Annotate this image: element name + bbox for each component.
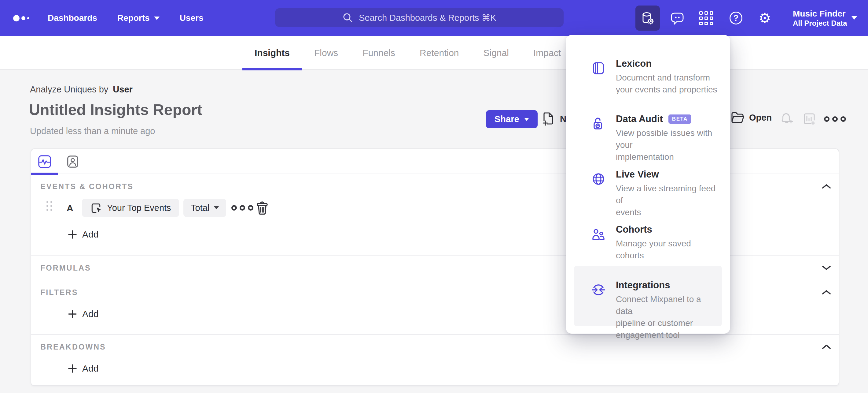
data-management-menu: Lexicon Document and transform your even… bbox=[566, 35, 730, 334]
add-event-button[interactable]: Add bbox=[68, 229, 98, 240]
settings-button[interactable]: ⚙ bbox=[755, 0, 774, 36]
tab-events-view[interactable] bbox=[31, 149, 58, 174]
menu-item-cohorts[interactable]: Cohorts Manage your saved cohorts bbox=[566, 223, 730, 261]
filters-collapse-chevron-up-icon[interactable] bbox=[822, 289, 831, 296]
apps-grid-icon bbox=[699, 11, 713, 25]
menu-item-desc: View possible issues with your implement… bbox=[616, 127, 721, 163]
document-plus-icon bbox=[541, 111, 555, 126]
share-button[interactable]: Share bbox=[486, 110, 537, 128]
pulse-chart-icon bbox=[37, 154, 52, 169]
metric-dropdown-label: Total bbox=[191, 203, 209, 213]
updated-timestamp: Updated less than a minute ago bbox=[30, 126, 155, 136]
event-selector-button[interactable]: Your Top Events bbox=[82, 199, 179, 217]
share-button-label: Share bbox=[495, 114, 519, 124]
help-button[interactable]: ? bbox=[727, 0, 745, 36]
mixpanel-logo-icon[interactable] bbox=[13, 0, 31, 36]
plus-icon bbox=[68, 230, 77, 239]
tab-user-profiles-view[interactable] bbox=[61, 149, 84, 174]
project-selector[interactable]: Music Finder All Project Data bbox=[793, 0, 847, 36]
menu-item-desc: View a live streaming feed of events bbox=[616, 183, 721, 218]
tab-retention[interactable]: Retention bbox=[407, 36, 471, 70]
nav-users-label: Users bbox=[180, 13, 204, 23]
add-alert-button[interactable] bbox=[780, 112, 794, 126]
metric-chevron-down-icon bbox=[214, 206, 219, 209]
search-placeholder: Search Dashboards & Reports ⌘K bbox=[359, 12, 496, 23]
breakdowns-collapse-chevron-up-icon[interactable] bbox=[822, 344, 831, 350]
nav-reports-label: Reports bbox=[117, 13, 150, 23]
ellipsis-icon bbox=[231, 205, 237, 210]
menu-item-desc: Document and transform your events and p… bbox=[616, 72, 717, 95]
tab-signal[interactable]: Signal bbox=[471, 36, 521, 70]
tab-funnels[interactable]: Funnels bbox=[350, 36, 407, 70]
builder-active-tab-underline bbox=[31, 173, 58, 175]
tab-retention-label: Retention bbox=[420, 48, 459, 58]
more-options-button[interactable] bbox=[824, 116, 846, 122]
lexicon-book-icon bbox=[591, 61, 606, 75]
project-scope: All Project Data bbox=[793, 19, 847, 28]
ellipsis-icon bbox=[824, 116, 830, 122]
formulas-section-label: FORMULAS bbox=[40, 263, 91, 273]
add-to-board-button[interactable] bbox=[802, 112, 816, 126]
add-filter-label: Add bbox=[82, 309, 98, 319]
report-tab-bar: Insights Flows Funnels Retention Signal … bbox=[0, 36, 868, 70]
nav-dashboards-label: Dashboards bbox=[48, 13, 97, 23]
user-profile-icon bbox=[66, 155, 80, 169]
gear-icon: ⚙ bbox=[758, 11, 771, 25]
menu-item-lexicon[interactable]: Lexicon Document and transform your even… bbox=[566, 58, 730, 95]
breadcrumb-value[interactable]: User bbox=[113, 84, 133, 94]
share-chevron-down-icon bbox=[524, 118, 529, 121]
menu-item-integrations[interactable]: Integrations Connect Mixpanel to a data … bbox=[574, 266, 722, 326]
breadcrumb-prefix: Analyze Uniques by bbox=[30, 84, 108, 94]
menu-item-title: Lexicon bbox=[616, 58, 717, 70]
open-button[interactable]: Open bbox=[731, 111, 772, 124]
add-event-label: Add bbox=[82, 229, 98, 240]
event-selector-label: Your Top Events bbox=[107, 203, 171, 213]
menu-item-desc: Connect Mixpanel to a data pipeline or c… bbox=[616, 293, 715, 341]
menu-item-live-view[interactable]: Live View View a live streaming feed of … bbox=[566, 168, 730, 218]
add-breakdown-button[interactable]: Add bbox=[68, 363, 98, 374]
page-title[interactable]: Untitled Insights Report bbox=[29, 101, 202, 119]
data-management-icon bbox=[640, 10, 655, 26]
events-section-label: EVENTS & COHORTS bbox=[40, 182, 133, 191]
tab-flows-label: Flows bbox=[314, 48, 338, 58]
menu-item-desc: Manage your saved cohorts bbox=[616, 237, 721, 261]
folder-open-icon bbox=[731, 111, 744, 124]
tab-impact[interactable]: Impact bbox=[521, 36, 573, 70]
project-name: Music Finder bbox=[793, 8, 847, 19]
formulas-expand-chevron-down-icon[interactable] bbox=[822, 265, 831, 271]
drag-handle[interactable] bbox=[46, 201, 52, 211]
nav-reports[interactable]: Reports bbox=[117, 13, 159, 23]
tab-funnels-label: Funnels bbox=[363, 48, 395, 58]
bell-plus-icon bbox=[780, 112, 794, 126]
events-collapse-chevron-up-icon[interactable] bbox=[822, 183, 831, 190]
event-cursor-icon bbox=[90, 202, 102, 214]
delete-series-button[interactable] bbox=[256, 201, 269, 215]
nav-dashboards[interactable]: Dashboards bbox=[48, 13, 97, 23]
chevron-down-icon bbox=[154, 17, 159, 20]
feedback-chat-icon bbox=[670, 11, 685, 25]
tab-signal-label: Signal bbox=[484, 48, 509, 58]
nav-users[interactable]: Users bbox=[180, 13, 204, 23]
active-tab-underline bbox=[242, 68, 302, 71]
series-more-button[interactable] bbox=[231, 205, 253, 210]
live-view-globe-icon bbox=[591, 172, 606, 186]
plus-icon bbox=[68, 364, 77, 373]
tab-insights-label: Insights bbox=[255, 48, 290, 58]
tab-insights[interactable]: Insights bbox=[242, 36, 302, 70]
metric-dropdown[interactable]: Total bbox=[183, 199, 226, 217]
tab-impact-label: Impact bbox=[533, 48, 561, 58]
menu-item-title: Live View bbox=[616, 168, 721, 180]
menu-item-data-audit[interactable]: Data Audit BETA View possible issues wit… bbox=[566, 113, 730, 163]
search-input[interactable]: Search Dashboards & Reports ⌘K bbox=[275, 8, 564, 27]
apps-grid-button[interactable] bbox=[697, 0, 715, 36]
trash-icon bbox=[257, 202, 267, 214]
project-chevron-down-icon[interactable] bbox=[851, 16, 857, 20]
add-filter-button[interactable]: Add bbox=[68, 309, 98, 319]
tab-flows[interactable]: Flows bbox=[302, 36, 350, 70]
add-breakdown-label: Add bbox=[82, 363, 98, 374]
data-management-button[interactable] bbox=[636, 5, 660, 31]
section-divider bbox=[31, 334, 839, 335]
feedback-button[interactable] bbox=[668, 0, 686, 36]
open-button-label: Open bbox=[749, 113, 772, 123]
breadcrumb: Analyze Uniques by User bbox=[30, 84, 133, 94]
